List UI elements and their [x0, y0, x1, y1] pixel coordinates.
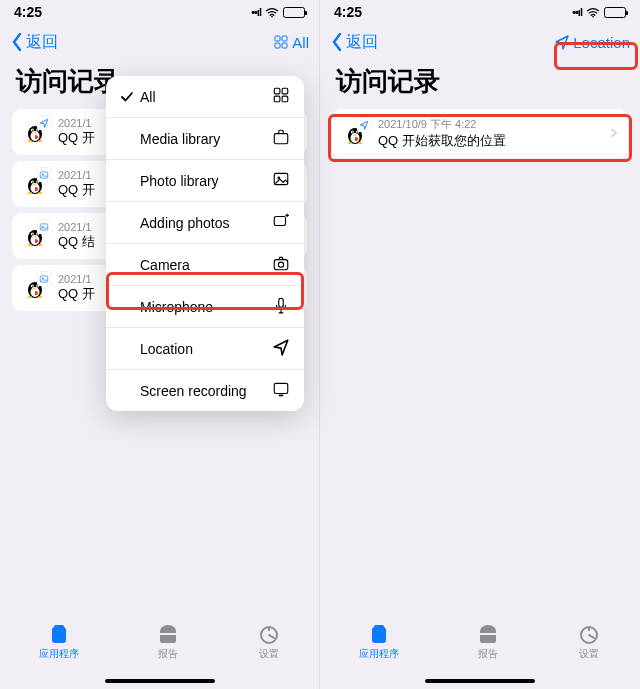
filter-label: All: [292, 34, 309, 51]
settings-icon: [257, 623, 281, 645]
tab-reports-label: 报告: [478, 647, 498, 661]
nav-bar: 返回 Location: [320, 24, 640, 60]
apps-icon: [47, 623, 71, 645]
dropdown-item-grid[interactable]: All: [106, 76, 304, 118]
status-bar: 4:25 ••ıl: [320, 0, 640, 24]
home-indicator: [425, 679, 535, 683]
chevron-left-icon: [10, 32, 24, 52]
dropdown-label: Camera: [140, 257, 272, 273]
back-button[interactable]: 返回: [10, 32, 58, 53]
dropdown-label: Photo library: [140, 173, 272, 189]
wifi-icon: [586, 7, 600, 18]
permission-badge-icon: [37, 116, 51, 130]
phone-left: 4:25 ••ıl 返回 All 访问记录 2021/1QQ 开2021/1QQ…: [0, 0, 320, 689]
signal-icon: ••ıl: [251, 6, 261, 18]
dropdown-label: Media library: [140, 131, 272, 147]
reports-icon: [156, 623, 180, 645]
location-icon: [554, 34, 570, 50]
screen-icon: [272, 380, 290, 401]
back-label: 返回: [346, 32, 378, 53]
app-icon: [22, 119, 48, 145]
filter-dropdown: AllMedia libraryPhoto libraryAdding phot…: [106, 76, 304, 411]
tab-settings[interactable]: 设置: [577, 623, 601, 661]
tab-reports-label: 报告: [158, 647, 178, 661]
chevron-right-icon: [610, 125, 618, 143]
record-title: QQ 开始获取您的位置: [378, 132, 600, 150]
dropdown-item-image-plus[interactable]: Adding photos: [106, 202, 304, 244]
filter-label: Location: [573, 34, 630, 51]
dropdown-label: Microphone: [140, 299, 272, 315]
dropdown-item-screen[interactable]: Screen recording: [106, 370, 304, 411]
dropdown-label: Location: [140, 341, 272, 357]
image-plus-icon: [272, 212, 290, 233]
battery-icon: [604, 7, 626, 18]
phone-right: 4:25 ••ıl 返回 Location 访问记录 2021/10/9 下午 …: [320, 0, 640, 689]
status-bar: 4:25 ••ıl: [0, 0, 319, 24]
image-icon: [272, 170, 290, 191]
reports-icon: [476, 623, 500, 645]
camera-icon: [272, 254, 290, 275]
record-row[interactable]: 2021/10/9 下午 4:22QQ 开始获取您的位置: [332, 109, 628, 158]
records-list: 2021/10/9 下午 4:22QQ 开始获取您的位置: [320, 109, 640, 158]
status-time: 4:25: [14, 4, 42, 20]
dropdown-item-image[interactable]: Photo library: [106, 160, 304, 202]
status-indicators: ••ıl: [251, 6, 305, 18]
grid-icon: [272, 86, 290, 107]
app-icon: [342, 121, 368, 147]
tab-apps-label: 应用程序: [39, 647, 79, 661]
dropdown-label: Adding photos: [140, 215, 272, 231]
filter-button-all[interactable]: All: [273, 34, 309, 51]
check-icon: [120, 89, 134, 105]
dropdown-item-briefcase[interactable]: Media library: [106, 118, 304, 160]
page-title: 访问记录: [320, 60, 640, 109]
back-button[interactable]: 返回: [330, 32, 378, 53]
tab-reports[interactable]: 报告: [156, 623, 180, 661]
tab-settings-label: 设置: [259, 647, 279, 661]
app-icon: [22, 275, 48, 301]
mic-icon: [272, 296, 290, 317]
battery-icon: [283, 7, 305, 18]
location-icon: [272, 338, 290, 359]
grid-icon: [273, 34, 289, 50]
home-indicator: [105, 679, 215, 683]
tab-bar: 应用程序 报告 设置: [0, 615, 319, 689]
back-label: 返回: [26, 32, 58, 53]
record-time: 2021/10/9 下午 4:22: [378, 117, 600, 132]
wifi-icon: [265, 7, 279, 18]
app-icon: [22, 171, 48, 197]
permission-badge-icon: [37, 168, 51, 182]
status-time: 4:25: [334, 4, 362, 20]
dropdown-item-mic[interactable]: Microphone: [106, 286, 304, 328]
dropdown-item-camera[interactable]: Camera: [106, 244, 304, 286]
permission-badge-icon: [37, 272, 51, 286]
dropdown-label: Screen recording: [140, 383, 272, 399]
nav-bar: 返回 All: [0, 24, 319, 60]
status-indicators: ••ıl: [572, 6, 626, 18]
apps-icon: [367, 623, 391, 645]
tab-apps-label: 应用程序: [359, 647, 399, 661]
tab-settings[interactable]: 设置: [257, 623, 281, 661]
tab-bar: 应用程序 报告 设置: [320, 615, 640, 689]
tab-apps[interactable]: 应用程序: [359, 623, 399, 661]
permission-badge-icon: [357, 118, 371, 132]
dropdown-item-location[interactable]: Location: [106, 328, 304, 370]
permission-badge-icon: [37, 220, 51, 234]
tab-apps[interactable]: 应用程序: [39, 623, 79, 661]
signal-icon: ••ıl: [572, 6, 582, 18]
record-text: 2021/10/9 下午 4:22QQ 开始获取您的位置: [378, 117, 600, 150]
tab-settings-label: 设置: [579, 647, 599, 661]
settings-icon: [577, 623, 601, 645]
chevron-left-icon: [330, 32, 344, 52]
filter-button-location[interactable]: Location: [554, 34, 630, 51]
dropdown-label: All: [140, 89, 272, 105]
app-icon: [22, 223, 48, 249]
briefcase-icon: [272, 128, 290, 149]
tab-reports[interactable]: 报告: [476, 623, 500, 661]
